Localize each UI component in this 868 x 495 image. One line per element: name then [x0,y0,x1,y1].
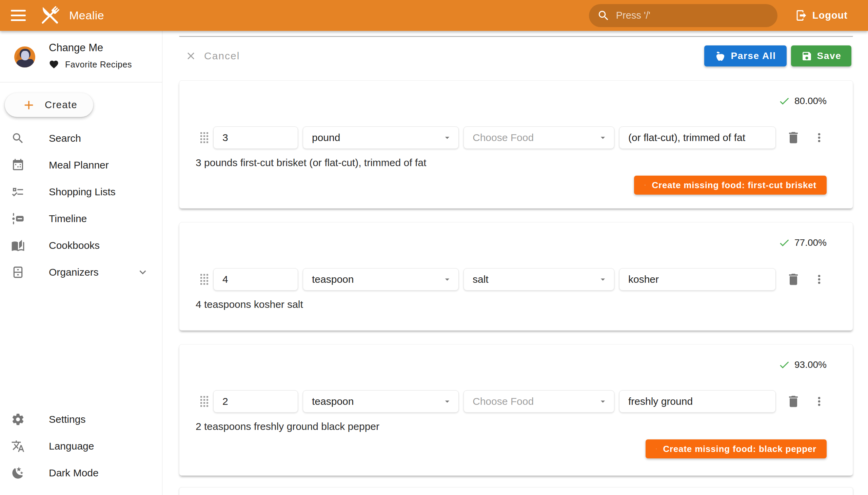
original-ingredient-text: 2 teaspoons freshly ground black pepper [195,420,827,433]
trash-icon [786,394,801,409]
food-select[interactable]: salt [463,268,614,291]
plus-icon [22,98,36,112]
create-label: Create [45,99,77,110]
quantity-input[interactable] [222,396,292,407]
ingredient-card: 93.00% teaspoon Choose Food 2 teaspoons … [179,344,853,476]
create-missing-food-button[interactable]: Create missing food: first-cut brisket [634,176,827,194]
food-value: salt [473,274,598,285]
sidebar-item-timeline[interactable]: Timeline [0,205,162,232]
confidence-row: 80.00% [195,95,827,107]
quantity-input[interactable] [222,132,292,143]
create-button[interactable]: Create [5,93,93,117]
sidebar-item-label: Timeline [49,213,87,224]
chevron-down-icon [136,266,149,279]
apple-icon [715,51,726,62]
drag-handle-icon[interactable] [200,132,208,143]
original-ingredient-text: 3 pounds first-cut brisket (or flat-cut)… [195,156,827,170]
check-icon [778,237,790,249]
sidebar-item-dark-mode[interactable]: Dark Mode [0,459,162,486]
save-icon [801,51,812,62]
logout-label: Logout [812,10,848,21]
moon-icon [11,466,25,480]
note-input[interactable] [628,396,769,407]
search-icon [11,132,25,145]
note-input[interactable] [628,132,769,143]
ingredient-input-row: pound Choose Food [195,126,827,149]
favorite-recipes-link[interactable]: Favorite Recipes [49,59,132,69]
logout-button[interactable]: Logout [792,7,851,24]
kebab-icon [812,395,826,408]
sidebar-item-organizers[interactable]: Organizers [0,259,162,286]
divider [0,82,162,82]
sidebar-item-cookbooks[interactable]: Cookbooks [0,232,162,259]
menu-down-icon [442,274,452,285]
cancel-button[interactable]: Cancel [183,45,242,67]
confidence-value: 93.00% [795,359,827,370]
menu-down-icon [598,274,608,285]
quantity-field [213,268,298,291]
unit-select[interactable]: pound [303,126,459,149]
sidebar-item-label: Meal Planner [49,159,109,171]
delete-button[interactable] [785,271,802,288]
drag-handle-icon[interactable] [200,396,208,407]
sidebar-item-meal-planner[interactable]: Meal Planner [0,152,162,178]
unit-value: teaspoon [312,274,442,285]
previous-card-edge [179,36,853,37]
search-bar[interactable] [589,4,778,27]
unit-select[interactable]: teaspoon [303,390,459,413]
avatar [14,47,35,67]
note-field [619,126,776,149]
parse-all-button[interactable]: Parse All [704,46,787,66]
ingredient-input-row: teaspoon Choose Food [195,390,827,413]
gear-icon [11,413,25,426]
ingredient-parser-content: Cancel Parse All Save 80.00% pound [162,31,868,495]
close-icon [185,50,197,62]
sidebar-item-label: Language [49,440,94,452]
menu-down-icon [598,133,608,143]
drag-handle-icon[interactable] [200,274,208,285]
parse-all-label: Parse All [731,51,776,62]
more-options-button[interactable] [812,272,827,287]
create-missing-food-button[interactable]: Create missing food: black pepper [646,439,827,458]
create-missing-food-label: Create missing food: black pepper [663,444,816,454]
user-section[interactable]: Change Me Favorite Recipes [0,31,162,82]
translate-icon [11,439,25,453]
book-open-icon [11,239,25,252]
confidence-value: 80.00% [795,96,827,106]
save-label: Save [817,51,841,62]
hamburger-menu-button[interactable] [11,7,27,24]
unit-select[interactable]: teaspoon [303,268,459,291]
sidebar-item-search[interactable]: Search [0,125,162,152]
ingredient-input-row: teaspoon salt [195,268,827,291]
sidebar-item-label: Shopping Lists [49,186,116,198]
cancel-label: Cancel [204,50,240,62]
timeline-icon [11,212,25,225]
check-icon [778,95,790,107]
sidebar: Change Me Favorite Recipes Create Search… [0,31,163,495]
note-input[interactable] [628,274,769,285]
trash-icon [786,130,801,145]
logout-icon [795,9,807,22]
search-input[interactable] [615,10,769,21]
kebab-icon [812,131,826,144]
trash-icon [786,272,801,287]
plus-icon [644,180,646,190]
quantity-input[interactable] [222,274,292,285]
sidebar-item-language[interactable]: Language [0,433,162,459]
sidebar-item-settings[interactable]: Settings [0,406,162,433]
more-options-button[interactable] [812,130,827,145]
save-button[interactable]: Save [791,46,851,66]
more-options-button[interactable] [812,394,827,409]
ingredient-card: 77.00% teaspoon salt 4 teaspoons kosher … [179,222,853,330]
food-select[interactable]: Choose Food [463,390,614,413]
heart-icon [49,59,59,69]
sidebar-nav: Search Meal Planner Shopping Lists Timel… [0,125,162,286]
confidence-value: 77.00% [795,237,827,248]
food-select[interactable]: Choose Food [463,126,614,149]
delete-button[interactable] [785,130,802,146]
sidebar-item-shopping-lists[interactable]: Shopping Lists [0,178,162,205]
quantity-field [213,126,298,149]
app-title: Mealie [69,9,104,22]
delete-button[interactable] [785,393,802,410]
sidebar-item-label: Organizers [49,267,99,278]
